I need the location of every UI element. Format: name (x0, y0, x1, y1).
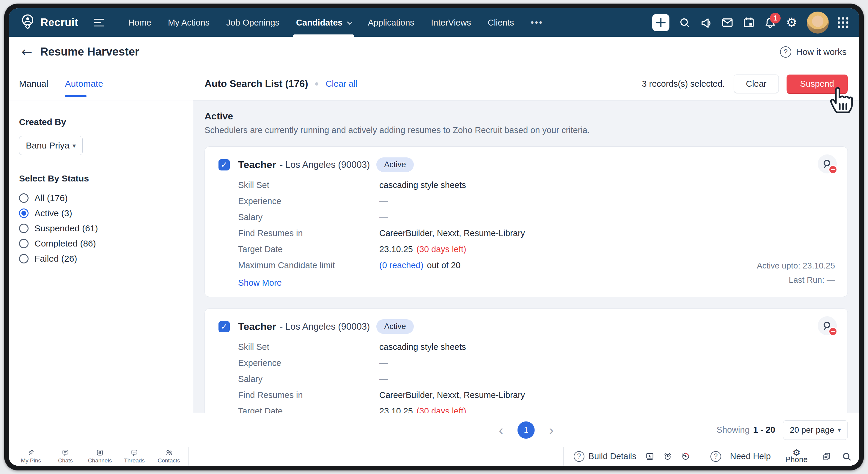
divider (563, 447, 564, 466)
show-more-link[interactable]: Show More (238, 278, 282, 288)
search-card: ✓ Teacher - Los Angeles (90003) Active S… (205, 146, 848, 297)
nav-item-clients[interactable]: Clients (479, 8, 523, 37)
nav-menu: Home My Actions Job Openings Candidates … (120, 8, 552, 37)
channels-button[interactable]: Channels (83, 447, 117, 466)
status-radio-failed[interactable]: Failed (26) (19, 253, 182, 264)
settings-gear-icon[interactable]: ⚙ (785, 16, 798, 29)
select-by-status-label: Select By Status (19, 173, 182, 183)
prev-page-button[interactable]: ‹ (497, 423, 505, 437)
status-radio-all[interactable]: All (176) (19, 193, 182, 203)
next-page-button[interactable]: › (547, 423, 555, 437)
status-radio-group: All (176) Active (3) Suspended (61) (19, 193, 182, 264)
sidebar-tabs: Manual Automate (9, 67, 193, 100)
current-page-button[interactable]: 1 (518, 421, 535, 439)
my-pins-button[interactable]: My Pins (14, 447, 48, 466)
need-help-button[interactable]: ? Need Help (703, 447, 778, 466)
nav-item-home[interactable]: Home (120, 8, 160, 37)
status-radio-active[interactable]: Active (3) (19, 208, 182, 218)
main-panel: Auto Search List (176) Clear all 3 recor… (193, 67, 859, 447)
top-navbar: Recruit Home My Actions Job Openings Can… (9, 8, 859, 37)
card-checkbox[interactable]: ✓ (218, 321, 230, 332)
suspend-button[interactable]: Suspend (786, 74, 848, 93)
status-radio-suspended[interactable]: Suspended (61) (19, 223, 182, 233)
nav-item-applications[interactable]: Applications (360, 8, 423, 37)
history-icon[interactable] (681, 452, 690, 461)
status-badge: Active (376, 319, 414, 334)
thread-icon (130, 449, 138, 456)
calendar-icon[interactable] (743, 16, 755, 29)
pager: ‹ 1 › (497, 421, 556, 439)
caret-down-icon: ▾ (838, 426, 841, 434)
sidebar: Manual Automate Created By Banu Priya ▾ … (9, 67, 193, 447)
bottom-toolbar: My Pins Chats Channels Threads Contacts (9, 447, 859, 466)
caret-down-icon: ▾ (72, 142, 76, 149)
nav-item-job-openings[interactable]: Job Openings (218, 8, 288, 37)
back-button[interactable]: ← (22, 45, 32, 59)
screen-share-icon[interactable] (645, 452, 654, 461)
reached-link[interactable]: (0 reached) (379, 261, 423, 270)
active-upto-text: Active upto: 23.10.25 (757, 261, 835, 271)
brand[interactable]: Recruit (20, 14, 79, 32)
copy-icon[interactable] (822, 452, 831, 461)
tab-manual[interactable]: Manual (19, 67, 48, 100)
recruit-logo-icon (20, 14, 36, 32)
showing-range: 1 - 20 (753, 425, 775, 435)
alarm-clock-icon[interactable] (663, 452, 672, 461)
search-icon[interactable] (842, 452, 851, 461)
section-description: Schedulers are currently running and act… (205, 125, 848, 135)
apps-grid-icon[interactable] (838, 17, 848, 28)
chevron-down-icon (347, 19, 352, 25)
search-card: ✓ Teacher - Los Angeles (90003) Active S… (205, 308, 848, 413)
per-page-select[interactable]: 20 per page ▾ (783, 420, 848, 440)
pagination-footer: ‹ 1 › Showing 1 - 20 20 per page ▾ (193, 413, 859, 447)
status-radio-completed[interactable]: Completed (86) (19, 238, 182, 248)
separator-dot (315, 82, 318, 86)
radio-selected-icon (19, 208, 29, 218)
build-details-button[interactable]: ? Build Details (574, 451, 637, 462)
contacts-button[interactable]: Contacts (152, 447, 186, 466)
radio-icon (19, 254, 29, 264)
clear-all-link[interactable]: Clear all (326, 79, 357, 89)
suspend-search-icon[interactable] (818, 316, 837, 335)
nav-more-button[interactable]: ••• (522, 8, 551, 37)
nav-item-my-actions[interactable]: My Actions (160, 8, 218, 37)
minus-badge-icon (829, 165, 837, 174)
nav-item-candidates[interactable]: Candidates (288, 8, 360, 37)
list-scroll-area[interactable]: Active Schedulers are currently running … (193, 100, 859, 413)
hash-icon (96, 449, 104, 456)
hamburger-menu-icon[interactable] (94, 19, 104, 27)
tab-automate[interactable]: Automate (65, 67, 103, 100)
user-avatar[interactable] (807, 11, 829, 34)
created-by-select[interactable]: Banu Priya ▾ (19, 136, 83, 155)
chat-icon (62, 449, 69, 456)
announcement-icon[interactable] (700, 16, 712, 29)
threads-button[interactable]: Threads (117, 447, 152, 466)
clear-selection-button[interactable]: Clear (734, 74, 778, 93)
mail-icon[interactable] (721, 16, 734, 29)
records-selected-text: 3 records(s) selected. (642, 79, 725, 89)
search-icon[interactable] (678, 16, 691, 29)
nav-item-interviews[interactable]: InterViews (423, 8, 479, 37)
page-header: ← Resume Harvester ? How it works (9, 37, 859, 67)
section-title: Active (205, 111, 848, 122)
suspend-search-icon[interactable] (818, 155, 837, 173)
list-title: Auto Search List (176) (205, 78, 308, 90)
showing-label: Showing (717, 425, 750, 435)
phone-button[interactable]: ⚙ Phone (783, 446, 809, 466)
card-subtitle: - Los Angeles (90003) (280, 321, 370, 332)
chats-button[interactable]: Chats (48, 447, 83, 466)
notification-badge: 1 (770, 13, 781, 24)
how-it-works-button[interactable]: ? How it works (780, 46, 846, 58)
nav-actions: 1 ⚙ (652, 11, 848, 34)
last-run-text: Last Run: — (788, 275, 835, 285)
question-circle-icon: ? (780, 46, 791, 58)
build-details-group: ? Build Details (566, 447, 698, 466)
quick-add-button[interactable] (652, 14, 670, 31)
contacts-icon (165, 449, 173, 456)
notifications-bell-icon[interactable]: 1 (764, 16, 776, 29)
card-title: Teacher (238, 159, 276, 170)
card-checkbox[interactable]: ✓ (218, 159, 230, 170)
status-badge: Active (376, 158, 414, 172)
list-header: Auto Search List (176) Clear all 3 recor… (193, 67, 859, 100)
brand-name: Recruit (40, 16, 79, 29)
